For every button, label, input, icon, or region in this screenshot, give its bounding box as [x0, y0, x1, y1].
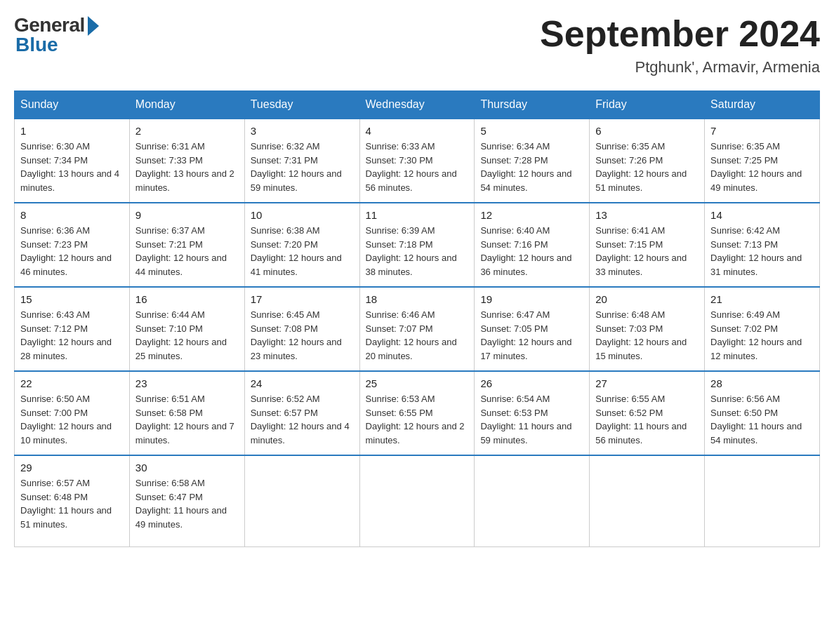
calendar-day-cell: 10 Sunrise: 6:38 AM Sunset: 7:20 PM Dayl…: [244, 203, 359, 287]
day-info: Sunrise: 6:54 AM Sunset: 6:53 PM Dayligh…: [480, 392, 583, 447]
calendar-day-cell: 27 Sunrise: 6:55 AM Sunset: 6:52 PM Dayl…: [590, 371, 705, 455]
calendar-header-sunday: Sunday: [15, 91, 130, 119]
calendar-day-cell: 22 Sunrise: 6:50 AM Sunset: 7:00 PM Dayl…: [15, 371, 130, 455]
calendar-day-cell: 1 Sunrise: 6:30 AM Sunset: 7:34 PM Dayli…: [15, 119, 130, 203]
calendar-day-cell: 2 Sunrise: 6:31 AM Sunset: 7:33 PM Dayli…: [129, 119, 244, 203]
day-info: Sunrise: 6:56 AM Sunset: 6:50 PM Dayligh…: [710, 392, 814, 447]
day-info: Sunrise: 6:50 AM Sunset: 7:00 PM Dayligh…: [20, 392, 124, 447]
day-info: Sunrise: 6:47 AM Sunset: 7:05 PM Dayligh…: [480, 308, 583, 363]
day-info: Sunrise: 6:37 AM Sunset: 7:21 PM Dayligh…: [135, 224, 239, 279]
calendar-header-monday: Monday: [129, 91, 244, 119]
day-info: Sunrise: 6:44 AM Sunset: 7:10 PM Dayligh…: [135, 308, 239, 363]
calendar-day-cell: 19 Sunrise: 6:47 AM Sunset: 7:05 PM Dayl…: [475, 287, 590, 371]
day-number: 9: [135, 209, 239, 221]
calendar-day-cell: 14 Sunrise: 6:42 AM Sunset: 7:13 PM Dayl…: [705, 203, 820, 287]
calendar-header-friday: Friday: [590, 91, 705, 119]
day-number: 24: [251, 377, 354, 389]
calendar-day-cell: 29 Sunrise: 6:57 AM Sunset: 6:48 PM Dayl…: [15, 455, 130, 546]
day-number: 12: [480, 209, 583, 221]
logo-arrow-icon: [88, 16, 99, 36]
calendar-header-saturday: Saturday: [705, 91, 820, 119]
page-header: General Blue September 2024 Ptghunk', Ar…: [14, 14, 820, 76]
day-info: Sunrise: 6:32 AM Sunset: 7:31 PM Dayligh…: [251, 140, 354, 194]
day-number: 30: [135, 462, 239, 474]
day-info: Sunrise: 6:46 AM Sunset: 7:07 PM Dayligh…: [366, 308, 469, 363]
calendar-header-tuesday: Tuesday: [244, 91, 359, 119]
day-info: Sunrise: 6:42 AM Sunset: 7:13 PM Dayligh…: [710, 224, 814, 279]
day-number: 18: [366, 293, 469, 305]
calendar-day-cell: 26 Sunrise: 6:54 AM Sunset: 6:53 PM Dayl…: [475, 371, 590, 455]
calendar-week-row: 1 Sunrise: 6:30 AM Sunset: 7:34 PM Dayli…: [15, 119, 820, 203]
day-info: Sunrise: 6:41 AM Sunset: 7:15 PM Dayligh…: [595, 224, 699, 279]
day-number: 23: [135, 377, 239, 389]
calendar-subtitle: Ptghunk', Armavir, Armenia: [540, 58, 820, 76]
calendar-day-cell: 9 Sunrise: 6:37 AM Sunset: 7:21 PM Dayli…: [129, 203, 244, 287]
calendar-week-row: 22 Sunrise: 6:50 AM Sunset: 7:00 PM Dayl…: [15, 371, 820, 455]
calendar-day-cell: 30 Sunrise: 6:58 AM Sunset: 6:47 PM Dayl…: [129, 455, 244, 546]
day-info: Sunrise: 6:35 AM Sunset: 7:26 PM Dayligh…: [595, 140, 699, 194]
calendar-day-cell: 20 Sunrise: 6:48 AM Sunset: 7:03 PM Dayl…: [590, 287, 705, 371]
day-number: 22: [20, 377, 124, 389]
calendar-day-cell: 4 Sunrise: 6:33 AM Sunset: 7:30 PM Dayli…: [359, 119, 475, 203]
calendar-week-row: 15 Sunrise: 6:43 AM Sunset: 7:12 PM Dayl…: [15, 287, 820, 371]
calendar-day-cell: [590, 455, 705, 546]
calendar-table: SundayMondayTuesdayWednesdayThursdayFrid…: [14, 90, 820, 547]
day-info: Sunrise: 6:36 AM Sunset: 7:23 PM Dayligh…: [20, 224, 124, 279]
day-number: 1: [20, 125, 124, 137]
calendar-day-cell: 17 Sunrise: 6:45 AM Sunset: 7:08 PM Dayl…: [244, 287, 359, 371]
calendar-day-cell: 23 Sunrise: 6:51 AM Sunset: 6:58 PM Dayl…: [129, 371, 244, 455]
day-number: 6: [595, 125, 699, 137]
calendar-header-wednesday: Wednesday: [359, 91, 475, 119]
day-number: 5: [480, 125, 583, 137]
day-number: 29: [20, 462, 124, 474]
day-number: 4: [366, 125, 469, 137]
day-info: Sunrise: 6:49 AM Sunset: 7:02 PM Dayligh…: [710, 308, 814, 363]
day-number: 3: [251, 125, 354, 137]
logo: General Blue: [14, 14, 99, 56]
day-number: 26: [480, 377, 583, 389]
day-info: Sunrise: 6:57 AM Sunset: 6:48 PM Dayligh…: [20, 476, 124, 531]
calendar-header-thursday: Thursday: [475, 91, 590, 119]
calendar-day-cell: 28 Sunrise: 6:56 AM Sunset: 6:50 PM Dayl…: [705, 371, 820, 455]
day-number: 20: [595, 293, 699, 305]
calendar-day-cell: 12 Sunrise: 6:40 AM Sunset: 7:16 PM Dayl…: [475, 203, 590, 287]
day-info: Sunrise: 6:52 AM Sunset: 6:57 PM Dayligh…: [251, 392, 354, 447]
day-info: Sunrise: 6:45 AM Sunset: 7:08 PM Dayligh…: [251, 308, 354, 363]
day-number: 17: [251, 293, 354, 305]
day-number: 16: [135, 293, 239, 305]
calendar-day-cell: [359, 455, 475, 546]
day-info: Sunrise: 6:33 AM Sunset: 7:30 PM Dayligh…: [366, 140, 469, 194]
day-number: 21: [710, 293, 814, 305]
calendar-day-cell: 3 Sunrise: 6:32 AM Sunset: 7:31 PM Dayli…: [244, 119, 359, 203]
day-info: Sunrise: 6:40 AM Sunset: 7:16 PM Dayligh…: [480, 224, 583, 279]
calendar-day-cell: 13 Sunrise: 6:41 AM Sunset: 7:15 PM Dayl…: [590, 203, 705, 287]
calendar-title: September 2024: [540, 14, 820, 54]
day-number: 8: [20, 209, 124, 221]
calendar-day-cell: [475, 455, 590, 546]
day-number: 13: [595, 209, 699, 221]
calendar-day-cell: 21 Sunrise: 6:49 AM Sunset: 7:02 PM Dayl…: [705, 287, 820, 371]
day-number: 11: [366, 209, 469, 221]
calendar-day-cell: [705, 455, 820, 546]
title-section: September 2024 Ptghunk', Armavir, Armeni…: [540, 14, 820, 76]
calendar-day-cell: 15 Sunrise: 6:43 AM Sunset: 7:12 PM Dayl…: [15, 287, 130, 371]
day-number: 7: [710, 125, 814, 137]
calendar-day-cell: 11 Sunrise: 6:39 AM Sunset: 7:18 PM Dayl…: [359, 203, 475, 287]
calendar-week-row: 29 Sunrise: 6:57 AM Sunset: 6:48 PM Dayl…: [15, 455, 820, 546]
day-info: Sunrise: 6:31 AM Sunset: 7:33 PM Dayligh…: [135, 140, 239, 194]
calendar-day-cell: 24 Sunrise: 6:52 AM Sunset: 6:57 PM Dayl…: [244, 371, 359, 455]
day-info: Sunrise: 6:55 AM Sunset: 6:52 PM Dayligh…: [595, 392, 699, 447]
calendar-day-cell: 8 Sunrise: 6:36 AM Sunset: 7:23 PM Dayli…: [15, 203, 130, 287]
day-info: Sunrise: 6:53 AM Sunset: 6:55 PM Dayligh…: [366, 392, 469, 447]
day-number: 19: [480, 293, 583, 305]
day-number: 2: [135, 125, 239, 137]
calendar-day-cell: 6 Sunrise: 6:35 AM Sunset: 7:26 PM Dayli…: [590, 119, 705, 203]
calendar-day-cell: 16 Sunrise: 6:44 AM Sunset: 7:10 PM Dayl…: [129, 287, 244, 371]
day-number: 27: [595, 377, 699, 389]
calendar-day-cell: 7 Sunrise: 6:35 AM Sunset: 7:25 PM Dayli…: [705, 119, 820, 203]
day-number: 14: [710, 209, 814, 221]
day-info: Sunrise: 6:48 AM Sunset: 7:03 PM Dayligh…: [595, 308, 699, 363]
logo-blue-text: Blue: [14, 34, 58, 56]
day-info: Sunrise: 6:35 AM Sunset: 7:25 PM Dayligh…: [710, 140, 814, 194]
day-info: Sunrise: 6:30 AM Sunset: 7:34 PM Dayligh…: [20, 140, 124, 194]
